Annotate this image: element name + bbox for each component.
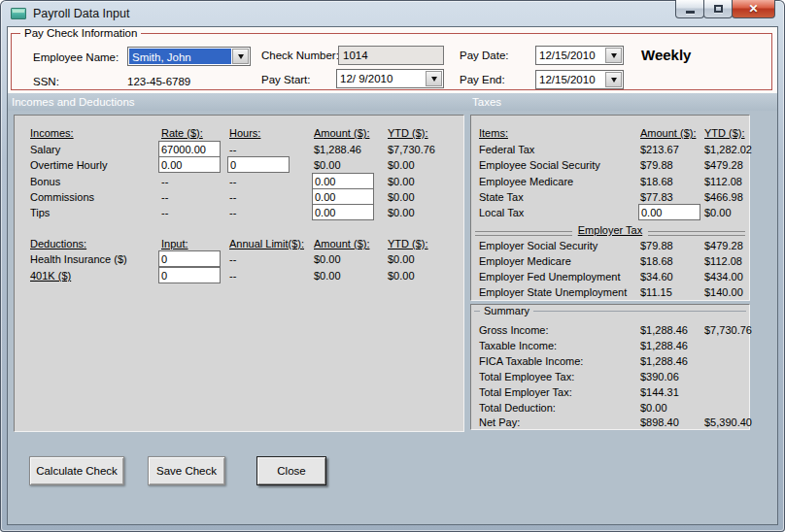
summary-panel: Summary Gross Income: $1,288.46 $7,730.7… (470, 304, 750, 430)
income-row-rate: -- (161, 190, 168, 205)
deduction-row-limit: -- (229, 252, 236, 267)
maximize-button[interactable] (703, 0, 733, 18)
minimize-button[interactable] (675, 0, 704, 18)
tax-row-amount: $77.83 (640, 190, 673, 205)
chevron-down-icon (238, 54, 244, 59)
tax-row-amount: $18.68 (640, 175, 673, 189)
tax-row-ytd: $140.00 (704, 285, 743, 300)
incomes-header: Incomes: (30, 126, 74, 141)
tax-row-label: Employee Social Security (479, 158, 600, 173)
employee-name-combobox[interactable]: Smith, John (127, 47, 251, 66)
summary-legend: Summary (480, 305, 533, 317)
tax-row-ytd: $112.08 (704, 175, 742, 189)
window-controls: ✕ (676, 0, 775, 18)
tax-row-ytd: $0.00 (704, 206, 732, 220)
calculate-check-button[interactable]: Calculate Check (29, 456, 124, 485)
tax-items-header: Items: (479, 126, 508, 141)
income-row-hours: -- (229, 143, 236, 157)
summary-row-amount: $1,288.46 (640, 354, 688, 369)
income-row-ytd: $0.00 (388, 175, 415, 189)
paycheck-info-groupbox: Pay Check Information Employee Name: Smi… (11, 33, 772, 90)
annual-limit-header: Annual Limit($): (229, 237, 304, 251)
deductions-header: Deductions: (30, 237, 86, 251)
income-row-amount: $1,288.46 (314, 143, 361, 157)
income-row-ytd: $0.00 (388, 206, 415, 220)
close-button[interactable]: Close (256, 456, 326, 485)
pay-frequency-label: Weekly (641, 47, 691, 63)
employee-name-dropdown-button[interactable] (232, 49, 249, 64)
pay-end-value: 12/15/2010 (536, 71, 604, 88)
deduction-row-label: Health Insurance ($) (30, 252, 127, 267)
tax-row-amount: $213.67 (640, 143, 679, 157)
ytd-header: YTD ($): (388, 126, 428, 141)
health-insurance-input[interactable] (158, 250, 221, 267)
pay-end-dropdown-button[interactable] (605, 72, 622, 87)
summary-row-amount: $898.40 (640, 416, 679, 430)
tax-row-label: Employer Fed Unemployment (479, 270, 621, 284)
employer-tax-divider: Employer Tax (475, 220, 745, 236)
app-icon (11, 8, 26, 19)
chevron-down-icon (611, 53, 617, 58)
pay-start-dropdown-button[interactable] (426, 71, 442, 86)
income-row-amount: $0.00 (314, 158, 341, 173)
close-window-button[interactable]: ✕ (732, 0, 775, 18)
chevron-down-icon (611, 78, 617, 83)
save-check-button[interactable]: Save Check (148, 456, 225, 485)
pay-date-datepicker[interactable]: 12/15/2010 (535, 46, 624, 65)
income-row-label: Bonus (30, 175, 60, 189)
input-header: Input: (161, 237, 188, 251)
income-row-rate: -- (161, 206, 168, 220)
ded-amount-header: Amount ($): (314, 237, 369, 251)
close-icon: ✕ (748, 1, 758, 17)
bonus-amount-input[interactable] (312, 173, 374, 189)
incomes-deductions-panel: Incomes: Rate ($): Hours: Amount ($): YT… (14, 115, 464, 432)
income-row-hours: -- (229, 190, 236, 205)
salary-rate-input[interactable] (158, 141, 221, 157)
amount-header: Amount ($): (314, 126, 369, 141)
income-row-ytd: $0.00 (388, 158, 415, 173)
summary-row-label: Total Employer Tax: (479, 385, 572, 400)
income-row-hours: -- (229, 175, 236, 189)
overtime-rate-input[interactable] (158, 156, 221, 173)
tax-row-label: Local Tax (479, 206, 524, 220)
summary-row-ytd: $5,390.40 (704, 416, 752, 430)
tax-row-ytd: $466.98 (704, 190, 743, 205)
section-title-incomes-deductions: Incomes and Deductions (12, 93, 135, 111)
minimize-icon (686, 11, 695, 14)
check-number-field (338, 46, 444, 65)
income-row-rate: -- (161, 175, 168, 189)
tax-row-amount: $11.15 (640, 285, 672, 300)
ssn-label: SSN: (33, 75, 59, 88)
ded-ytd-header: YTD ($): (388, 237, 428, 251)
summary-row-amount: $1,288.46 (640, 339, 688, 353)
tax-row-amount: $79.88 (640, 158, 673, 173)
summary-row-label: Gross Income: (479, 323, 549, 338)
tax-row-ytd: $479.28 (704, 239, 743, 253)
tax-row-label: Employee Medicare (479, 175, 573, 189)
pay-date-dropdown-button[interactable] (605, 48, 622, 63)
section-title-taxes: Taxes (472, 93, 501, 111)
tips-amount-input[interactable] (312, 204, 374, 220)
income-row-label: Commissions (30, 190, 94, 205)
local-tax-input[interactable] (638, 204, 700, 220)
deduction-row-ytd: $0.00 (388, 269, 415, 283)
pay-start-datepicker[interactable]: 12/ 9/2010 (336, 69, 444, 88)
income-row-label: Tips (30, 206, 50, 220)
deduction-row-amount: $0.00 (314, 252, 341, 267)
summary-row-ytd: $7,730.76 (704, 323, 752, 338)
employee-name-label: Employee Name: (33, 50, 119, 64)
summary-row-label: Taxable Income: (479, 339, 557, 353)
overtime-hours-input[interactable] (227, 156, 290, 173)
pay-end-datepicker[interactable]: 12/15/2010 (535, 70, 624, 89)
summary-row-amount: $1,288.46 (640, 323, 688, 338)
tax-amount-header: Amount ($): (640, 126, 696, 141)
chevron-down-icon (431, 77, 437, 82)
commissions-amount-input[interactable] (312, 188, 374, 205)
tax-row-label: Employer Medicare (479, 254, 571, 269)
pay-date-value: 12/15/2010 (536, 47, 604, 64)
taxes-panel: Items: Amount ($): YTD ($): Federal Tax … (470, 115, 750, 301)
deduction-401k-link[interactable]: 401K ($) (30, 269, 71, 283)
k401-input[interactable] (158, 267, 221, 283)
rate-header: Rate ($): (161, 126, 203, 141)
titlebar[interactable]: Payroll Data Input ✕ (0, 0, 785, 27)
